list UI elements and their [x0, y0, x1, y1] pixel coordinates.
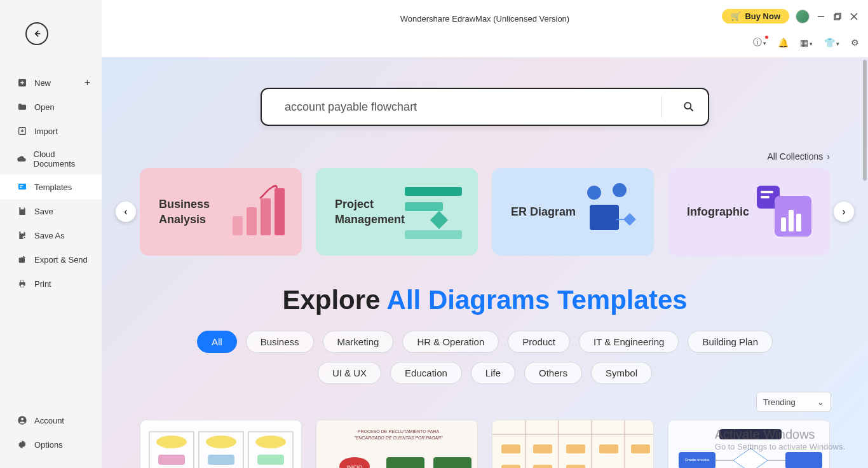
- titlebar-right: 🛒 Buy Now: [722, 9, 859, 24]
- chevron-down-icon: ⌄: [817, 397, 824, 407]
- nav-save[interactable]: Save: [0, 199, 102, 223]
- er-icon: [581, 183, 641, 240]
- content-panel: All Collections › ‹ Business Analysis Pr…: [102, 57, 868, 468]
- svg-rect-33: [257, 455, 284, 465]
- card-project-management[interactable]: Project Management: [316, 168, 478, 256]
- nav-label: New: [34, 78, 51, 88]
- all-collections-label: All Collections: [767, 151, 823, 162]
- pill-education[interactable]: Education: [390, 362, 462, 384]
- svg-text:PROCESO DE RECLUTAMIENTO PARA: PROCESO DE RECLUTAMIENTO PARA: [358, 429, 440, 434]
- pill-business[interactable]: Business: [246, 331, 314, 353]
- nav-label: Print: [34, 279, 51, 289]
- template-thumb[interactable]: PROCESO DE RECLUTAMIENTO PARA "ENCARGADO…: [316, 420, 478, 468]
- svg-rect-54: [599, 444, 618, 453]
- nav-label: Save As: [34, 231, 65, 240]
- plus-square-icon: [17, 77, 28, 88]
- back-button[interactable]: [25, 22, 48, 45]
- pill-it-engineering[interactable]: IT & Engineering: [579, 331, 679, 353]
- svg-rect-31: [208, 455, 234, 465]
- pill-all[interactable]: All: [197, 331, 237, 353]
- avatar[interactable]: [796, 10, 810, 24]
- main: Wondershare EdrawMax (Unlicensed Version…: [102, 0, 868, 468]
- svg-rect-10: [20, 280, 24, 282]
- svg-rect-51: [501, 444, 520, 453]
- svg-text:INICIO: INICIO: [347, 464, 362, 468]
- scrollbar[interactable]: [863, 60, 867, 181]
- nav-import[interactable]: Import: [0, 119, 102, 143]
- svg-rect-2: [18, 184, 26, 189]
- pill-symbol[interactable]: Symbol: [591, 362, 652, 384]
- svg-point-26: [156, 436, 187, 448]
- template-thumb[interactable]: [140, 420, 302, 468]
- theme-icon[interactable]: 👕▾: [824, 38, 839, 48]
- all-collections-link[interactable]: All Collections ›: [767, 151, 830, 162]
- nav-save-as[interactable]: Save As: [0, 223, 102, 247]
- pill-building-plan[interactable]: Building Plan: [688, 331, 773, 353]
- apps-icon[interactable]: ▦▾: [800, 38, 813, 48]
- card-infographic[interactable]: Infographic: [668, 168, 830, 256]
- svg-rect-3: [20, 185, 23, 186]
- carousel-prev[interactable]: ‹: [116, 202, 136, 222]
- chevron-right-icon: ›: [827, 151, 830, 162]
- svg-point-27: [206, 436, 236, 448]
- sidebar: New + Open Import Cloud Documents Templa…: [0, 0, 102, 468]
- svg-point-13: [21, 418, 24, 420]
- card-er-diagram[interactable]: ER Diagram: [492, 168, 654, 256]
- nav-options[interactable]: Options: [0, 432, 102, 457]
- svg-rect-11: [20, 284, 24, 287]
- maximize-button[interactable]: [832, 11, 843, 22]
- nav-new[interactable]: New +: [0, 71, 102, 95]
- headline-b: All Diagrams Templates: [387, 285, 688, 315]
- search-box: [261, 88, 709, 126]
- template-thumb[interactable]: [492, 420, 654, 468]
- category-cards: ‹ Business Analysis Project Management: [102, 168, 868, 256]
- bell-icon[interactable]: 🔔: [778, 38, 789, 48]
- settings-icon[interactable]: ⚙: [851, 38, 859, 48]
- bar-chart-icon: [229, 183, 289, 240]
- card-label: Infographic: [687, 204, 757, 219]
- sort-value: Trending: [763, 397, 796, 407]
- pill-hr-operation[interactable]: HR & Operation: [402, 331, 499, 353]
- pill-product[interactable]: Product: [508, 331, 570, 353]
- nav-cloud-documents[interactable]: Cloud Documents: [0, 143, 102, 175]
- nav-export[interactable]: Export & Send: [0, 247, 102, 272]
- templates-icon: [17, 181, 28, 193]
- carousel-next[interactable]: ›: [834, 202, 854, 222]
- export-icon: [17, 254, 28, 265]
- nav-account[interactable]: Account: [0, 408, 102, 432]
- card-label: Business Analysis: [159, 196, 229, 228]
- close-button[interactable]: [849, 11, 859, 22]
- plus-icon[interactable]: +: [85, 77, 90, 88]
- folder-icon: [17, 101, 28, 113]
- pill-life[interactable]: Life: [471, 362, 515, 384]
- nav-templates[interactable]: Templates: [0, 175, 102, 199]
- card-business-analysis[interactable]: Business Analysis: [140, 168, 302, 256]
- app-title: Wondershare EdrawMax (Unlicensed Version…: [400, 14, 569, 24]
- category-pills: All Business Marketing HR & Operation Pr…: [102, 331, 868, 384]
- headline-a: Explore: [282, 285, 386, 315]
- pill-marketing[interactable]: Marketing: [323, 331, 394, 353]
- svg-text:"ENCARGADO DE CUENTAS POR PAGA: "ENCARGADO DE CUENTAS POR PAGAR": [354, 436, 443, 440]
- svg-rect-4: [20, 187, 22, 188]
- buy-now-button[interactable]: 🛒 Buy Now: [722, 9, 789, 24]
- nav-print[interactable]: Print: [0, 272, 102, 296]
- svg-point-20: [684, 102, 691, 109]
- pill-others[interactable]: Others: [524, 362, 582, 384]
- cloud-icon: [17, 153, 27, 165]
- help-icon[interactable]: ⓘ▾: [753, 37, 766, 48]
- svg-rect-65: [785, 452, 822, 468]
- nav-open[interactable]: Open: [0, 95, 102, 119]
- sort-dropdown[interactable]: Trending ⌄: [756, 392, 831, 412]
- svg-rect-45: [492, 420, 654, 468]
- search-button[interactable]: [670, 100, 708, 113]
- pill-ui-ux[interactable]: UI & UX: [318, 362, 381, 384]
- svg-rect-61: [719, 429, 782, 439]
- svg-rect-53: [566, 444, 585, 453]
- search-input[interactable]: [285, 100, 654, 114]
- nav-label: Cloud Documents: [34, 149, 94, 169]
- icon-row: ⓘ▾ 🔔 ▦▾ 👕▾ ⚙: [753, 37, 859, 48]
- minimize-button[interactable]: [816, 11, 826, 22]
- buy-label: Buy Now: [745, 11, 780, 21]
- account-icon: [17, 415, 28, 426]
- template-thumb[interactable]: Create Invoice: [668, 420, 830, 468]
